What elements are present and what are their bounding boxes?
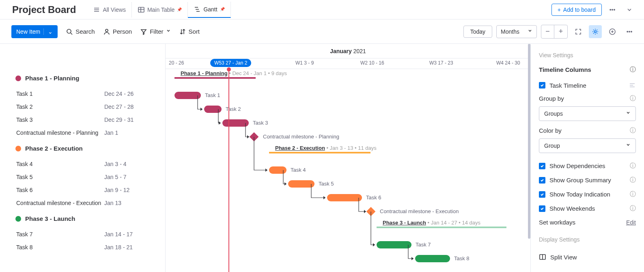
task-row[interactable]: Task 1Dec 24 - 26 — [0, 87, 165, 100]
fullscreen-button[interactable] — [572, 25, 585, 38]
checkbox-checked-icon[interactable] — [539, 205, 545, 212]
today-indicator — [228, 69, 229, 272]
info-icon[interactable]: ⓘ — [630, 205, 636, 212]
checkbox-checked-icon[interactable] — [539, 177, 545, 183]
milestone-marker[interactable] — [250, 132, 259, 142]
checkbox-checked-icon[interactable] — [539, 82, 545, 89]
task-bar[interactable] — [327, 194, 362, 201]
task-row[interactable]: Task 2Dec 27 - 28 — [0, 100, 165, 113]
task-name: Task 4 — [16, 161, 32, 167]
task-row[interactable]: Task 7Jan 14 - 17 — [0, 228, 165, 241]
task-bar[interactable] — [288, 180, 314, 188]
task-bar[interactable] — [174, 92, 201, 99]
task-name: Task 2 — [16, 104, 32, 110]
split-view-option[interactable]: Split View — [539, 250, 636, 264]
time-unit-select[interactable]: Months — [496, 25, 537, 38]
more-options-button[interactable]: ••• — [606, 3, 619, 16]
task-bar[interactable] — [269, 166, 286, 174]
task-bar[interactable] — [204, 106, 222, 113]
task-dates: Dec 29 - 31 — [104, 117, 149, 123]
gantt-chart-panel[interactable]: January 2021 20 - 26W53 27 - Jan 2W1 3 -… — [166, 44, 530, 272]
info-icon[interactable]: ⓘ — [630, 95, 636, 102]
main-area: Phase 1 - PlanningTask 1Dec 24 - 26Task … — [0, 44, 644, 272]
task-dates: Jan 3 - 4 — [104, 161, 149, 167]
task-bar[interactable] — [222, 119, 249, 127]
task-name: Contractual milestone - Execution — [16, 200, 101, 206]
gantt-task-row: Task 3 — [166, 116, 530, 130]
info-icon[interactable]: ⓘ — [630, 127, 636, 134]
week-label: W3 17 - 23 — [429, 58, 453, 66]
phase-color-dot — [15, 76, 21, 81]
phase-summary-row: Phase 2 - Execution • Jan 3 - 13 • 11 da… — [166, 144, 530, 163]
task-bar-label: Task 8 — [454, 255, 470, 261]
show-today-toggle[interactable]: Show Today Indication ⓘ — [539, 187, 636, 201]
week-label: W2 10 - 16 — [360, 58, 384, 66]
checkbox-checked-icon[interactable] — [539, 163, 545, 169]
edit-workdays-link[interactable]: Edit — [626, 219, 636, 226]
show-weekends-toggle[interactable]: Show Weekends ⓘ — [539, 201, 636, 216]
gantt-week-header: 20 - 26W53 27 - Jan 2W1 3 - 9W2 10 - 16W… — [166, 58, 530, 69]
search-button[interactable]: Search — [66, 28, 95, 35]
zoom-out-button[interactable]: − — [541, 25, 554, 38]
tab-main-table[interactable]: Main Table 📌 — [132, 2, 188, 17]
comments-button[interactable] — [606, 25, 619, 38]
show-dependencies-toggle[interactable]: Show Dependencies ⓘ — [539, 159, 636, 173]
milestone-marker[interactable] — [366, 207, 376, 216]
task-bar-label: Task 4 — [291, 167, 306, 173]
color-by-select[interactable]: Group — [539, 138, 636, 153]
info-icon[interactable]: ⓘ — [630, 162, 636, 170]
phase-header[interactable]: Phase 2 - Execution — [0, 139, 165, 158]
gantt-month-header: January 2021 — [166, 44, 530, 58]
task-row[interactable]: Task 3Dec 29 - 31 — [0, 113, 165, 126]
today-button[interactable]: Today — [463, 26, 492, 38]
task-dates: Jan 18 - 21 — [104, 244, 149, 250]
comment-icon — [609, 28, 616, 35]
person-filter-button[interactable]: Person — [103, 28, 132, 35]
checkbox-checked-icon[interactable] — [539, 191, 545, 198]
phase-summary-bar[interactable] — [174, 77, 256, 79]
task-row[interactable]: Task 8Jan 18 - 21 — [0, 241, 165, 254]
settings-item-icon[interactable] — [629, 82, 636, 89]
phase-name: Phase 1 - Planning — [25, 75, 79, 82]
timeline-columns-heading: Timeline Columns ⓘ — [539, 66, 636, 73]
phase-header[interactable]: Phase 1 - Planning — [0, 69, 165, 87]
new-item-button[interactable]: New Item ⌄ — [11, 25, 58, 38]
info-icon[interactable]: ⓘ — [630, 190, 636, 198]
task-bar-label: Task 1 — [205, 92, 220, 98]
info-icon[interactable]: ⓘ — [630, 176, 636, 184]
phase-summary-bar[interactable] — [269, 152, 370, 153]
collapse-button[interactable] — [623, 3, 636, 16]
tab-all-views[interactable]: All Views — [87, 2, 132, 17]
task-row[interactable]: Task 5Jan 5 - 7 — [0, 171, 165, 183]
tab-gantt[interactable]: Gantt 📌 — [188, 2, 230, 18]
scroll-indicator — [528, 44, 530, 239]
more-button[interactable]: ••• — [623, 25, 636, 38]
task-row[interactable]: Task 6Jan 9 - 12 — [0, 183, 165, 196]
settings-title: View Settings — [539, 52, 636, 58]
task-name: Task 3 — [16, 117, 32, 123]
task-bar[interactable] — [377, 241, 411, 248]
task-row[interactable]: Contractual milestone - ExecutionJan 13 — [0, 196, 165, 209]
sort-button[interactable]: Sort — [179, 28, 200, 35]
task-timeline-toggle[interactable]: Task Timeline — [539, 78, 636, 92]
task-dates: Jan 13 — [104, 200, 149, 206]
add-to-board-button[interactable]: + Add to board — [551, 4, 602, 16]
phase-header[interactable]: Phase 3 - Launch — [0, 209, 165, 228]
zoom-in-button[interactable]: + — [554, 25, 567, 38]
settings-button[interactable] — [589, 25, 602, 38]
phase-summary-label: Phase 3 - Launch • Jan 14 - 27 • 14 days — [383, 220, 480, 226]
group-by-select[interactable]: Groups — [539, 106, 636, 121]
task-row[interactable]: Task 4Jan 3 - 4 — [0, 158, 165, 171]
info-icon[interactable]: ⓘ — [630, 66, 636, 73]
task-bar-label: Task 7 — [416, 242, 431, 248]
task-bar-label: Contractual milestone - Planning — [263, 134, 339, 140]
filter-icon — [140, 28, 147, 35]
task-row[interactable]: Contractual milestone - PlanningJan 1 — [0, 126, 165, 139]
filter-button[interactable]: Filter — [140, 28, 170, 35]
task-bar-label: Task 3 — [253, 120, 268, 126]
show-group-summary-toggle[interactable]: Show Group Summary ⓘ — [539, 173, 636, 187]
phase-summary-bar[interactable] — [377, 227, 506, 228]
table-icon — [138, 6, 145, 13]
task-bar[interactable] — [415, 255, 450, 262]
search-icon — [66, 28, 73, 35]
